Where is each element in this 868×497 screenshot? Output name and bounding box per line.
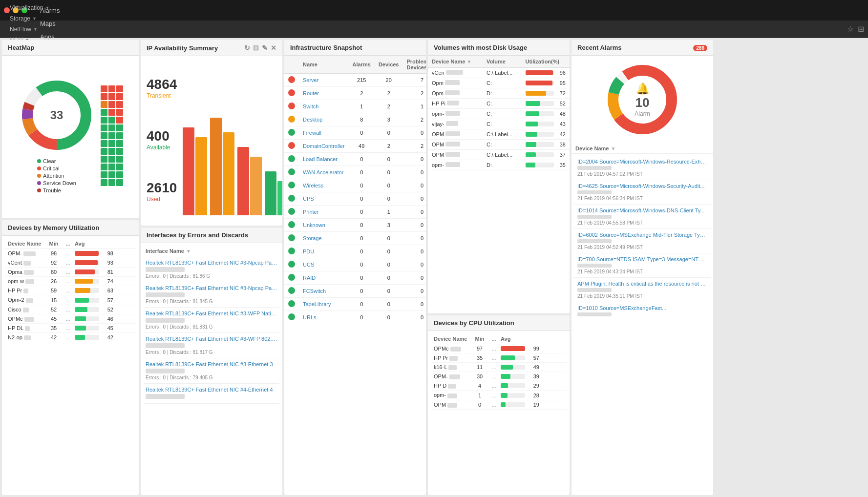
infra-name-cell[interactable]: URLs — [299, 311, 349, 324]
heatmap-square[interactable] — [101, 109, 107, 116]
heatmap-square[interactable] — [108, 132, 115, 139]
sub-nav-item-netflow[interactable]: NetFlow ▼ — [4, 24, 55, 35]
interface-name[interactable]: Realtek RTL8139C+ Fast Ethernet NIC #4-E… — [146, 387, 277, 393]
heatmap-square[interactable] — [108, 156, 115, 163]
interface-name[interactable]: Realtek RTL8139C+ Fast Ethernet NIC #3-N… — [146, 260, 277, 266]
mem-row-name: Opma — [8, 269, 44, 275]
sub-nav-item-storage[interactable]: Storage ▼ — [4, 13, 55, 24]
heatmap-square[interactable] — [101, 85, 107, 92]
heatmap-square[interactable] — [101, 179, 107, 186]
heatmap-square[interactable] — [101, 140, 107, 147]
alarm-item[interactable]: ID=1014 Source=Microsoft-Windows-DNS-Cli… — [573, 205, 711, 229]
heatmap-square[interactable] — [116, 179, 123, 186]
cpu-row-device: opm- — [434, 392, 470, 398]
heatmap-square[interactable] — [101, 148, 107, 155]
heatmap-square[interactable] — [108, 85, 115, 92]
heatmap-square[interactable] — [101, 156, 107, 163]
infra-name-cell[interactable]: Switch — [299, 100, 349, 113]
infra-name-cell[interactable]: Printer — [299, 206, 349, 219]
alarm-item[interactable]: ID=1010 Source=MSExchangeFast... — [573, 302, 711, 321]
heatmap-square[interactable] — [116, 164, 123, 170]
heatmap-square[interactable] — [116, 148, 123, 155]
heatmap-square[interactable] — [116, 101, 123, 108]
heatmap-square[interactable] — [101, 101, 107, 108]
alarm-item[interactable]: ID=2004 Source=Microsoft-Windows-Resourc… — [573, 156, 711, 180]
heatmap-square[interactable] — [108, 171, 115, 178]
interface-name[interactable]: Realtek RTL8139C+ Fast Ethernet NIC #3-E… — [146, 361, 277, 367]
interface-item: Realtek RTL8139C+ Fast Ethernet NIC #3-W… — [144, 333, 279, 358]
interface-name[interactable]: Realtek RTL8139C+ Fast Ethernet NIC #3-W… — [146, 311, 277, 316]
alarm-item[interactable]: ID=700 Source=NTDS ISAM Type=3 Message=N… — [573, 253, 711, 278]
interface-name[interactable]: Realtek RTL8139C+ Fast Ethernet NIC #3-W… — [146, 336, 277, 342]
heatmap-square[interactable] — [101, 132, 107, 139]
heatmap-square[interactable] — [116, 109, 123, 116]
infra-name-cell[interactable]: TapeLibrary — [299, 298, 349, 311]
ip-bar-group-2 — [210, 118, 234, 215]
cpu-row-min: 30 — [472, 373, 487, 379]
infra-name-cell[interactable]: Unknown — [299, 219, 349, 232]
heatmap-square[interactable] — [108, 117, 115, 124]
heatmap-square[interactable] — [108, 164, 115, 170]
heatmap-square[interactable] — [116, 124, 123, 131]
alarm-time: 21 Feb 2019 04:57:02 PM IST — [577, 171, 707, 177]
heatmap-square[interactable] — [101, 164, 107, 170]
infra-status-cell — [284, 113, 299, 126]
infra-name-cell[interactable]: WAN Accelerator — [299, 166, 349, 179]
infra-name-cell[interactable]: Firewall — [299, 126, 349, 140]
infra-name-cell[interactable]: UPS — [299, 192, 349, 206]
heatmap-square[interactable] — [101, 93, 107, 100]
heatmap-square[interactable] — [116, 156, 123, 163]
mem-row-min: 42 — [46, 334, 61, 340]
sort-arrow: ▼ — [186, 248, 191, 254]
heatmap-square[interactable] — [116, 171, 123, 178]
heatmap-square[interactable] — [101, 124, 107, 131]
grid-icon[interactable]: ⊞ — [858, 24, 864, 34]
heatmap-square[interactable] — [108, 179, 115, 186]
infra-name-cell[interactable]: Wireless — [299, 179, 349, 192]
heatmap-square[interactable] — [101, 171, 107, 178]
legend-trouble: Trouble — [43, 187, 61, 193]
heatmap-square[interactable] — [108, 101, 115, 108]
infra-name-cell[interactable]: FCSwitch — [299, 285, 349, 298]
alarm-device-mask — [577, 264, 612, 268]
heatmap-square[interactable] — [108, 124, 115, 131]
infra-name-cell[interactable]: Load Balancer — [299, 153, 349, 166]
heatmap-square[interactable] — [116, 132, 123, 139]
infra-name-cell[interactable]: DomainController — [299, 140, 349, 153]
heatmap-row — [101, 171, 123, 178]
infra-name-cell[interactable]: Desktop — [299, 113, 349, 126]
ip-edit-icon[interactable]: ✎ — [262, 44, 268, 52]
infra-name-cell[interactable]: Storage — [299, 232, 349, 245]
ip-refresh-icon[interactable]: ↻ — [244, 44, 250, 52]
infra-name-cell[interactable]: RAID — [299, 271, 349, 285]
mem-col-avg2 — [101, 241, 113, 247]
sub-nav-item-virtualization[interactable]: Virtualization ▼ — [4, 2, 55, 13]
heatmap-square[interactable] — [101, 117, 107, 124]
interface-name[interactable]: Realtek RTL8139C+ Fast Ethernet NIC #3-N… — [146, 285, 277, 291]
alarm-item[interactable]: ID=4625 Source=Microsoft-Windows-Securit… — [573, 180, 711, 205]
ip-export-icon[interactable]: ⊡ — [253, 44, 259, 52]
cpu-row-avg: 29 — [527, 383, 539, 389]
infra-name-cell[interactable]: Server — [299, 74, 349, 87]
infra-name-cell[interactable]: Router — [299, 87, 349, 100]
star-icon[interactable]: ☆ — [847, 24, 854, 34]
ip-close-icon[interactable]: ✕ — [271, 44, 276, 52]
status-icon — [288, 287, 295, 294]
heatmap-square[interactable] — [108, 93, 115, 100]
status-icon — [288, 182, 295, 188]
heatmap-square[interactable] — [108, 140, 115, 147]
heatmap-square[interactable] — [116, 85, 123, 92]
heatmap-square[interactable] — [116, 140, 123, 147]
cpu-row-dots: ... — [489, 402, 499, 408]
heatmap-square[interactable] — [108, 109, 115, 116]
heatmap-square[interactable] — [116, 117, 123, 124]
heatmap-square[interactable] — [108, 148, 115, 155]
infra-name-cell[interactable]: UCS — [299, 258, 349, 271]
alarm-item[interactable]: APM Plugin: Health is critical as the re… — [573, 278, 711, 302]
infra-name-cell[interactable]: PDU — [299, 245, 349, 258]
cpu-table-header: Device Name Min ... Avg — [431, 334, 567, 344]
alarm-donut-container: 🔔 10 Alarm — [603, 61, 681, 139]
alarm-item[interactable]: ID=6002 Source=MSExchange Mid-Tier Stora… — [573, 229, 711, 253]
heatmap-square[interactable] — [116, 93, 123, 100]
infra-th-name: Name — [299, 56, 349, 74]
